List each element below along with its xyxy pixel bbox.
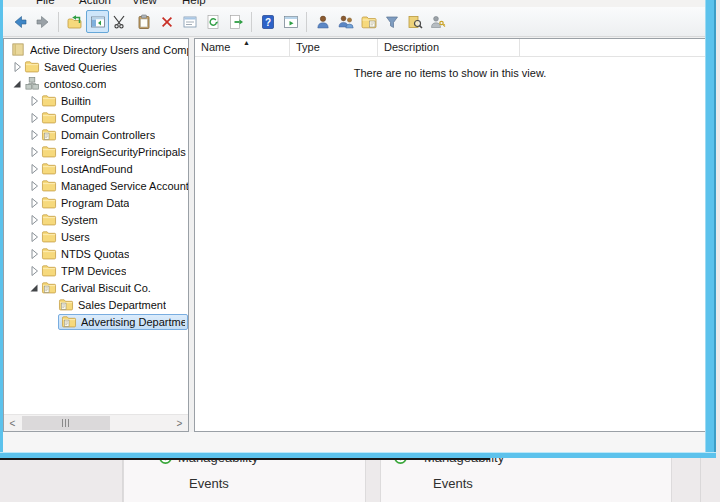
console-tree-pane: Active Directory Users and Computers Sav… [3,38,189,432]
expander-collapsed-icon[interactable] [27,230,41,244]
empty-view-message: There are no items to show in this view. [195,67,705,79]
filter-icon[interactable] [380,10,403,33]
up-one-level-icon[interactable] [63,10,86,33]
folder-icon [41,144,57,159]
expander-collapsed-icon[interactable] [27,162,41,176]
tree-item-root[interactable]: Active Directory Users and Computers [4,41,188,58]
new-ou-icon[interactable] [357,10,380,33]
forward-icon[interactable] [31,10,54,33]
properties-icon[interactable] [178,10,201,33]
folder-icon [41,110,57,125]
tree-item-label: Computers [61,112,115,124]
paste-icon[interactable] [132,10,155,33]
refresh-icon[interactable] [201,10,224,33]
tree-item-advertising-department[interactable]: Advertising Department [4,313,188,330]
delegate-icon[interactable] [426,10,449,33]
menu-bar: File Action View Help [3,0,706,7]
folder-icon [41,93,57,108]
column-header-type[interactable]: Type [290,39,378,56]
menu-file[interactable]: File [36,0,55,6]
show-console-tree-icon[interactable] [86,10,109,33]
tree-item-label: TPM Devices [61,265,126,277]
new-user-icon[interactable] [311,10,334,33]
expander-placeholder [44,298,58,312]
domain-icon [24,76,40,91]
window-border-right[interactable] [705,0,716,458]
expander-collapsed-icon[interactable] [27,247,41,261]
tree-item-label: NTDS Quotas [61,248,129,260]
menu-view[interactable]: View [132,0,157,6]
folder-icon [24,59,40,74]
console-root-icon [10,42,26,57]
tree-item-label: contoso.com [44,78,106,90]
export-list-icon[interactable] [224,10,247,33]
expander-collapsed-icon[interactable] [27,213,41,227]
expander-collapsed-icon[interactable] [27,145,41,159]
column-header-spacer [520,39,705,56]
tree-item-domain-controllers[interactable]: Domain Controllers [4,126,188,143]
folder-icon [41,246,57,261]
tree-item-builtin[interactable]: Builtin [4,92,188,109]
delete-icon[interactable] [155,10,178,33]
expander-expanded-icon[interactable] [27,281,41,295]
tree-item-computers[interactable]: Computers [4,109,188,126]
selected-tree-item[interactable]: Advertising Department [58,314,188,330]
expander-collapsed-icon[interactable] [27,196,41,210]
scroll-right-button[interactable]: > [171,415,188,431]
column-header-row: Name ▲ Type Description [195,39,705,57]
menu-action[interactable]: Action [79,0,111,6]
tree-item-label: System [61,214,98,226]
help-icon[interactable] [256,10,279,33]
tree-item-label: Builtin [61,95,91,107]
expander-collapsed-icon[interactable] [27,264,41,278]
tree-item-label: Sales Department [78,299,166,311]
tree-item-users[interactable]: Users [4,228,188,245]
horizontal-scrollbar[interactable]: < > [4,414,188,431]
column-header-description[interactable]: Description [378,39,520,56]
tree-item-tpm-devices[interactable]: TPM Devices [4,262,188,279]
cut-icon[interactable] [109,10,132,33]
back-icon[interactable] [8,10,31,33]
folder-icon [41,178,57,193]
toolbar-separator [306,12,307,32]
expander-expanded-icon[interactable] [10,77,24,91]
view-menu-icon[interactable] [279,10,302,33]
column-header-name[interactable]: Name ▲ [195,39,290,56]
folder-icon [41,195,57,210]
column-header-label: Type [296,41,320,53]
tree-item-label: Advertising Department [81,316,185,328]
expander-collapsed-icon[interactable] [27,94,41,108]
tree-item-system[interactable]: System [4,211,188,228]
tree-item-carival-biscuit-co[interactable]: Carival Biscuit Co. [4,279,188,296]
server-manager-tile[interactable]: Manageability Events [123,458,366,502]
toolbar-separator [58,12,59,32]
details-pane: Name ▲ Type Description There are no ite… [194,38,706,432]
window-border-bottom[interactable] [0,452,716,458]
folder-icon [41,229,57,244]
tree-item-contoso-com[interactable]: contoso.com [4,75,188,92]
tree-item-ntds-quotas[interactable]: NTDS Quotas [4,245,188,262]
find-icon[interactable] [403,10,426,33]
tree-item-sales-department[interactable]: Sales Department [4,296,188,313]
tree-item-label: Carival Biscuit Co. [61,282,151,294]
tree-item-lost-and-found[interactable]: LostAndFound [4,160,188,177]
tile-row-events[interactable]: Events [189,476,229,491]
scrollbar-thumb[interactable] [22,416,110,430]
expander-collapsed-icon[interactable] [27,111,41,125]
tree-item-label: Saved Queries [44,61,117,73]
window-border-left [0,0,3,458]
tree-item-program-data[interactable]: Program Data [4,194,188,211]
tree-item-foreign-security-principals[interactable]: ForeignSecurityPrincipals [4,143,188,160]
tile-row-events[interactable]: Events [433,476,473,491]
expander-collapsed-icon[interactable] [27,179,41,193]
server-manager-tile[interactable]: Manageability Events [380,458,672,502]
sort-ascending-icon: ▲ [243,39,250,46]
tile-divider [700,458,701,502]
tree-item-saved-queries[interactable]: Saved Queries [4,58,188,75]
new-group-icon[interactable] [334,10,357,33]
expander-collapsed-icon[interactable] [27,128,41,142]
scroll-left-button[interactable]: < [4,415,21,431]
menu-help[interactable]: Help [182,0,206,6]
tree-item-managed-service-accounts[interactable]: Managed Service Accounts [4,177,188,194]
expander-collapsed-icon[interactable] [10,60,24,74]
